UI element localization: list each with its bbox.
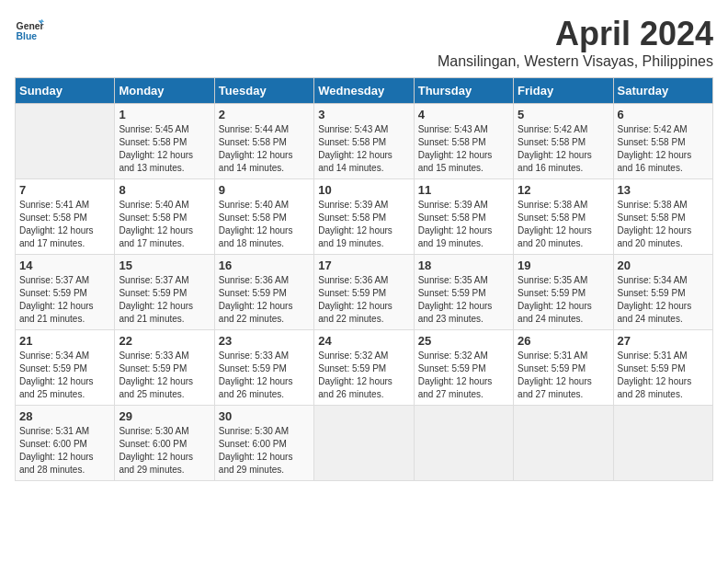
day-number: 30 <box>219 409 310 423</box>
day-number: 2 <box>219 108 310 121</box>
day-info: Sunrise: 5:38 AMSunset: 5:58 PMDaylight:… <box>518 199 609 250</box>
day-number: 10 <box>318 183 409 197</box>
location-title: Mansilingan, Western Visayas, Philippine… <box>438 53 713 70</box>
calendar-cell: 23Sunrise: 5:33 AMSunset: 5:59 PMDayligh… <box>214 330 313 406</box>
day-number: 25 <box>418 334 509 348</box>
day-number: 8 <box>119 183 210 197</box>
header-sunday: Sunday <box>16 78 115 104</box>
day-number: 22 <box>119 334 210 348</box>
calendar-cell: 22Sunrise: 5:33 AMSunset: 5:59 PMDayligh… <box>115 330 214 406</box>
day-info: Sunrise: 5:45 AMSunset: 5:58 PMDaylight:… <box>119 123 210 175</box>
day-number: 21 <box>19 334 110 348</box>
day-number: 6 <box>618 108 709 121</box>
day-info: Sunrise: 5:42 AMSunset: 5:58 PMDaylight:… <box>518 123 609 175</box>
day-info: Sunrise: 5:34 AMSunset: 5:59 PMDaylight:… <box>618 274 709 326</box>
day-info: Sunrise: 5:42 AMSunset: 5:58 PMDaylight:… <box>618 123 709 175</box>
calendar-cell <box>16 104 115 179</box>
day-info: Sunrise: 5:40 AMSunset: 5:58 PMDaylight:… <box>119 199 210 250</box>
calendar-cell: 27Sunrise: 5:31 AMSunset: 5:59 PMDayligh… <box>613 330 712 406</box>
day-number: 12 <box>518 183 609 197</box>
calendar-cell: 3Sunrise: 5:43 AMSunset: 5:58 PMDaylight… <box>314 104 414 179</box>
calendar-cell: 16Sunrise: 5:36 AMSunset: 5:59 PMDayligh… <box>214 255 313 330</box>
calendar-cell: 21Sunrise: 5:34 AMSunset: 5:59 PMDayligh… <box>16 330 115 406</box>
header-monday: Monday <box>115 78 214 104</box>
day-info: Sunrise: 5:30 AMSunset: 6:00 PMDaylight:… <box>219 425 310 477</box>
day-number: 5 <box>518 108 609 121</box>
page-header: General Blue April 2024 Mansilingan, Wes… <box>15 15 713 70</box>
month-title: April 2024 <box>438 15 713 53</box>
day-info: Sunrise: 5:34 AMSunset: 5:59 PMDaylight:… <box>19 350 110 401</box>
calendar-cell: 7Sunrise: 5:41 AMSunset: 5:58 PMDaylight… <box>16 179 115 255</box>
day-number: 4 <box>418 108 509 121</box>
calendar-cell: 6Sunrise: 5:42 AMSunset: 5:58 PMDaylight… <box>613 104 712 179</box>
calendar-cell: 2Sunrise: 5:44 AMSunset: 5:58 PMDaylight… <box>214 104 313 179</box>
header-tuesday: Tuesday <box>214 78 313 104</box>
day-info: Sunrise: 5:35 AMSunset: 5:59 PMDaylight:… <box>418 274 509 326</box>
day-number: 9 <box>219 183 310 197</box>
day-info: Sunrise: 5:43 AMSunset: 5:58 PMDaylight:… <box>318 123 409 175</box>
calendar-cell <box>514 406 613 481</box>
day-number: 20 <box>618 259 709 272</box>
day-number: 14 <box>19 259 110 272</box>
calendar-cell: 19Sunrise: 5:35 AMSunset: 5:59 PMDayligh… <box>514 255 613 330</box>
calendar-table: SundayMondayTuesdayWednesdayThursdayFrid… <box>15 77 713 481</box>
day-info: Sunrise: 5:32 AMSunset: 5:59 PMDaylight:… <box>318 350 409 401</box>
calendar-cell: 25Sunrise: 5:32 AMSunset: 5:59 PMDayligh… <box>414 330 513 406</box>
calendar-cell: 5Sunrise: 5:42 AMSunset: 5:58 PMDaylight… <box>514 104 613 179</box>
calendar-week-row: 21Sunrise: 5:34 AMSunset: 5:59 PMDayligh… <box>16 330 713 406</box>
calendar-cell: 15Sunrise: 5:37 AMSunset: 5:59 PMDayligh… <box>115 255 214 330</box>
calendar-week-row: 14Sunrise: 5:37 AMSunset: 5:59 PMDayligh… <box>16 255 713 330</box>
day-info: Sunrise: 5:40 AMSunset: 5:58 PMDaylight:… <box>219 199 310 250</box>
day-number: 18 <box>418 259 509 272</box>
day-number: 3 <box>318 108 409 121</box>
calendar-cell <box>414 406 513 481</box>
day-number: 1 <box>119 108 210 121</box>
day-number: 15 <box>119 259 210 272</box>
day-info: Sunrise: 5:31 AMSunset: 5:59 PMDaylight:… <box>618 350 709 401</box>
title-section: April 2024 Mansilingan, Western Visayas,… <box>438 15 713 70</box>
day-number: 17 <box>318 259 409 272</box>
day-info: Sunrise: 5:43 AMSunset: 5:58 PMDaylight:… <box>418 123 509 175</box>
calendar-cell: 17Sunrise: 5:36 AMSunset: 5:59 PMDayligh… <box>314 255 414 330</box>
calendar-cell: 29Sunrise: 5:30 AMSunset: 6:00 PMDayligh… <box>115 406 214 481</box>
logo-icon: General Blue <box>15 15 44 44</box>
calendar-week-row: 7Sunrise: 5:41 AMSunset: 5:58 PMDaylight… <box>16 179 713 255</box>
logo: General Blue <box>15 15 44 44</box>
calendar-cell: 18Sunrise: 5:35 AMSunset: 5:59 PMDayligh… <box>414 255 513 330</box>
day-info: Sunrise: 5:37 AMSunset: 5:59 PMDaylight:… <box>119 274 210 326</box>
calendar-cell: 8Sunrise: 5:40 AMSunset: 5:58 PMDaylight… <box>115 179 214 255</box>
day-number: 11 <box>418 183 509 197</box>
calendar-cell: 4Sunrise: 5:43 AMSunset: 5:58 PMDaylight… <box>414 104 513 179</box>
day-info: Sunrise: 5:33 AMSunset: 5:59 PMDaylight:… <box>119 350 210 401</box>
day-info: Sunrise: 5:36 AMSunset: 5:59 PMDaylight:… <box>219 274 310 326</box>
calendar-cell <box>613 406 712 481</box>
day-info: Sunrise: 5:36 AMSunset: 5:59 PMDaylight:… <box>318 274 409 326</box>
calendar-header-row: SundayMondayTuesdayWednesdayThursdayFrid… <box>16 78 713 104</box>
day-info: Sunrise: 5:30 AMSunset: 6:00 PMDaylight:… <box>119 425 210 477</box>
day-number: 19 <box>518 259 609 272</box>
day-number: 28 <box>19 409 110 423</box>
day-info: Sunrise: 5:44 AMSunset: 5:58 PMDaylight:… <box>219 123 310 175</box>
day-number: 13 <box>618 183 709 197</box>
header-friday: Friday <box>514 78 613 104</box>
day-number: 26 <box>518 334 609 348</box>
calendar-cell: 11Sunrise: 5:39 AMSunset: 5:58 PMDayligh… <box>414 179 513 255</box>
calendar-cell: 26Sunrise: 5:31 AMSunset: 5:59 PMDayligh… <box>514 330 613 406</box>
calendar-cell: 9Sunrise: 5:40 AMSunset: 5:58 PMDaylight… <box>214 179 313 255</box>
calendar-week-row: 28Sunrise: 5:31 AMSunset: 6:00 PMDayligh… <box>16 406 713 481</box>
day-number: 27 <box>618 334 709 348</box>
header-thursday: Thursday <box>414 78 513 104</box>
day-number: 23 <box>219 334 310 348</box>
calendar-cell: 14Sunrise: 5:37 AMSunset: 5:59 PMDayligh… <box>16 255 115 330</box>
day-info: Sunrise: 5:35 AMSunset: 5:59 PMDaylight:… <box>518 274 609 326</box>
day-info: Sunrise: 5:39 AMSunset: 5:58 PMDaylight:… <box>418 199 509 250</box>
day-info: Sunrise: 5:38 AMSunset: 5:58 PMDaylight:… <box>618 199 709 250</box>
calendar-cell: 20Sunrise: 5:34 AMSunset: 5:59 PMDayligh… <box>613 255 712 330</box>
calendar-cell: 1Sunrise: 5:45 AMSunset: 5:58 PMDaylight… <box>115 104 214 179</box>
calendar-cell: 28Sunrise: 5:31 AMSunset: 6:00 PMDayligh… <box>16 406 115 481</box>
calendar-cell: 10Sunrise: 5:39 AMSunset: 5:58 PMDayligh… <box>314 179 414 255</box>
day-info: Sunrise: 5:41 AMSunset: 5:58 PMDaylight:… <box>19 199 110 250</box>
day-info: Sunrise: 5:32 AMSunset: 5:59 PMDaylight:… <box>418 350 509 401</box>
calendar-cell: 30Sunrise: 5:30 AMSunset: 6:00 PMDayligh… <box>214 406 313 481</box>
calendar-cell: 24Sunrise: 5:32 AMSunset: 5:59 PMDayligh… <box>314 330 414 406</box>
